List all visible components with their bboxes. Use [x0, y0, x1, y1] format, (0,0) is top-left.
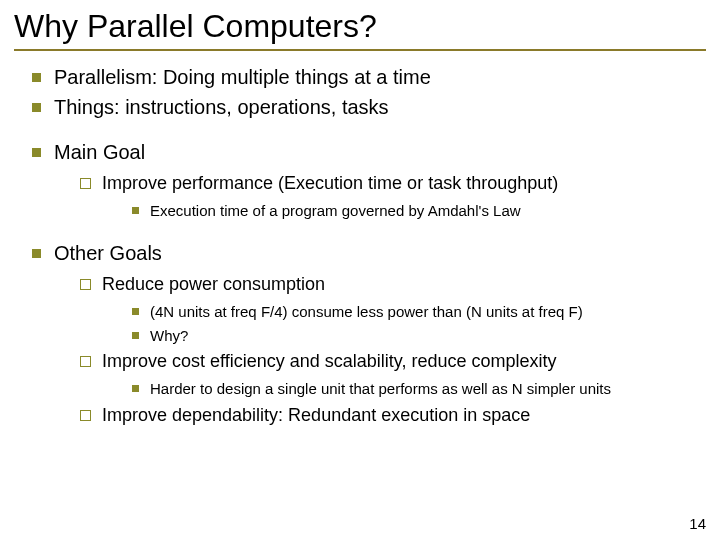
- bullet-parallelism: Parallelism: Doing multiple things at a …: [32, 65, 706, 91]
- page-number: 14: [689, 515, 706, 532]
- bullet-list-level1: Parallelism: Doing multiple things at a …: [14, 65, 706, 120]
- bullet-improve-performance: Improve performance (Execution time or t…: [80, 172, 706, 222]
- bullet-text: (4N units at freq F/4) consume less powe…: [150, 303, 583, 320]
- bullet-4n-units: (4N units at freq F/4) consume less powe…: [132, 302, 706, 322]
- bullet-text: Main Goal: [54, 141, 145, 163]
- bullet-text: Other Goals: [54, 242, 162, 264]
- bullet-text: Why?: [150, 327, 188, 344]
- bullet-list-level1: Main Goal Improve performance (Execution…: [14, 140, 706, 221]
- bullet-why: Why?: [132, 326, 706, 346]
- bullet-list-level2: Improve performance (Execution time or t…: [54, 172, 706, 222]
- title-underline: [14, 49, 706, 51]
- spacer: [14, 124, 706, 140]
- bullet-text: Improve performance (Execution time or t…: [102, 173, 558, 193]
- bullet-main-goal: Main Goal Improve performance (Execution…: [32, 140, 706, 221]
- bullet-list-level1: Other Goals Reduce power consumption (4N…: [14, 241, 706, 427]
- slide-title: Why Parallel Computers?: [14, 8, 706, 45]
- bullet-things: Things: instructions, operations, tasks: [32, 95, 706, 121]
- bullet-improve-dependability: Improve dependability: Redundant executi…: [80, 404, 706, 427]
- bullet-improve-cost: Improve cost efficiency and scalability,…: [80, 350, 706, 400]
- slide: Why Parallel Computers? Parallelism: Doi…: [0, 0, 720, 540]
- bullet-list-level3: Harder to design a single unit that perf…: [102, 379, 706, 399]
- bullet-text: Things: instructions, operations, tasks: [54, 96, 389, 118]
- bullet-reduce-power: Reduce power consumption (4N units at fr…: [80, 273, 706, 346]
- bullet-other-goals: Other Goals Reduce power consumption (4N…: [32, 241, 706, 427]
- bullet-list-level2: Reduce power consumption (4N units at fr…: [54, 273, 706, 427]
- bullet-list-level3: (4N units at freq F/4) consume less powe…: [102, 302, 706, 346]
- bullet-text: Improve cost efficiency and scalability,…: [102, 351, 557, 371]
- bullet-text: Improve dependability: Redundant executi…: [102, 405, 530, 425]
- bullet-list-level3: Execution time of a program governed by …: [102, 201, 706, 221]
- bullet-harder-design: Harder to design a single unit that perf…: [132, 379, 706, 399]
- bullet-text: Parallelism: Doing multiple things at a …: [54, 66, 431, 88]
- bullet-text: Harder to design a single unit that perf…: [150, 380, 611, 397]
- bullet-text: Reduce power consumption: [102, 274, 325, 294]
- bullet-amdahl: Execution time of a program governed by …: [132, 201, 706, 221]
- spacer: [14, 225, 706, 241]
- bullet-text: Execution time of a program governed by …: [150, 202, 521, 219]
